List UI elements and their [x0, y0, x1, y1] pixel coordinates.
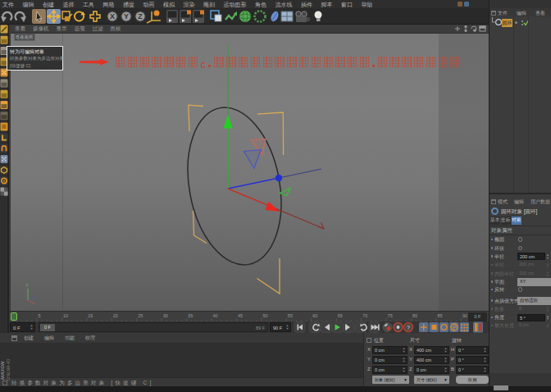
svg-text:75: 75: [388, 313, 393, 318]
svg-text:65: 65: [338, 313, 343, 318]
svg-text:85: 85: [437, 313, 442, 318]
svg-text:10: 10: [63, 313, 68, 318]
svg-text:90: 90: [462, 313, 467, 318]
svg-text:5: 5: [38, 313, 40, 318]
svg-text:45: 45: [238, 313, 243, 318]
svg-text:25: 25: [138, 313, 143, 318]
svg-text:70: 70: [362, 313, 367, 318]
svg-text:20: 20: [113, 313, 118, 318]
svg-text:30: 30: [163, 313, 168, 318]
svg-text:?: ?: [407, 325, 410, 330]
svg-text:55: 55: [288, 313, 293, 318]
svg-text:50: 50: [262, 313, 267, 318]
svg-text:60: 60: [312, 313, 317, 318]
svg-text:40: 40: [213, 313, 218, 318]
svg-text:Z: Z: [138, 12, 143, 21]
svg-text:P: P: [453, 325, 457, 330]
svg-text:Y: Y: [124, 12, 129, 21]
svg-text:X: X: [110, 12, 115, 21]
svg-text:15: 15: [88, 313, 93, 318]
svg-text:35: 35: [188, 313, 193, 318]
svg-text:80: 80: [412, 313, 417, 318]
